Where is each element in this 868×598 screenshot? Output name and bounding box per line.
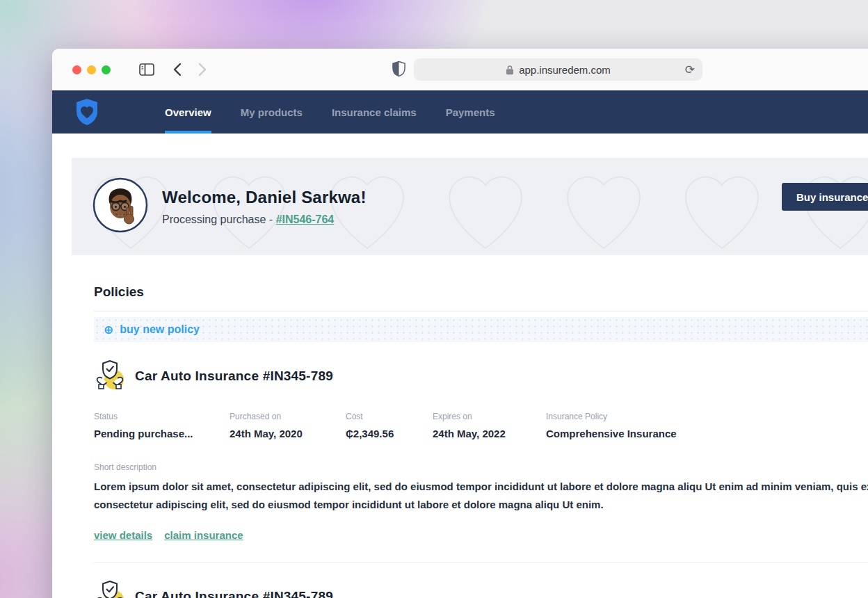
field-value: Comprehensive Insurance bbox=[546, 428, 868, 439]
welcome-text: Welcome, Daniel Sarkwa! Processing purch… bbox=[162, 188, 367, 226]
field-insurance-policy: Insurance Policy Comprehensive Insurance bbox=[546, 412, 868, 439]
tab-overview[interactable]: Overview bbox=[165, 90, 211, 134]
field-value: Pending purchase... bbox=[94, 428, 230, 439]
policy-card: Car Auto Insurance #IN345-789 bbox=[94, 579, 868, 598]
subtitle-prefix: Processing purchase - bbox=[162, 213, 276, 225]
sidebar-toggle-icon[interactable] bbox=[139, 63, 154, 76]
page-content: Welcome, Daniel Sarkwa! Processing purch… bbox=[52, 158, 868, 598]
short-description-text: Lorem ipsum dolor sit amet, consectetur … bbox=[94, 478, 868, 514]
traffic-lights bbox=[72, 65, 111, 74]
address-bar[interactable]: app.insuredem.com ⟳ bbox=[414, 58, 702, 81]
policy-fields: Status Pending purchase... Purchased on … bbox=[94, 412, 868, 439]
avatar bbox=[93, 177, 148, 236]
purchase-order-link[interactable]: #IN546-764 bbox=[276, 213, 335, 225]
buy-insurance-button[interactable]: Buy insurance bbox=[782, 183, 868, 211]
lock-icon bbox=[506, 65, 514, 75]
field-label: Insurance Policy bbox=[546, 412, 868, 421]
welcome-subtitle: Processing purchase - #IN546-764 bbox=[162, 213, 367, 226]
field-value: 24th May, 2022 bbox=[433, 428, 546, 439]
browser-toolbar: app.insuredem.com ⟳ bbox=[52, 49, 868, 90]
field-cost: Cost ₵2,349.56 bbox=[346, 412, 433, 439]
policy-shield-hands-icon bbox=[94, 579, 126, 598]
insuredem-logo-icon[interactable] bbox=[75, 98, 99, 126]
tab-payments[interactable]: Payments bbox=[446, 90, 495, 134]
field-label: Expires on bbox=[433, 412, 546, 421]
field-expires-on: Expires on 24th May, 2022 bbox=[433, 412, 546, 439]
plus-circle-icon: ⊕ bbox=[104, 324, 113, 336]
url-text: app.insuredem.com bbox=[519, 64, 611, 76]
policy-shield-hands-icon bbox=[94, 359, 126, 394]
tab-my-products[interactable]: My products bbox=[241, 90, 303, 134]
field-label: Status bbox=[94, 412, 230, 421]
field-status: Status Pending purchase... bbox=[94, 412, 230, 439]
field-value: ₵2,349.56 bbox=[346, 428, 433, 439]
reload-icon[interactable]: ⟳ bbox=[685, 64, 695, 76]
policies-heading: Policies bbox=[94, 284, 868, 300]
view-details-link[interactable]: view details bbox=[94, 529, 152, 541]
zoom-window-button[interactable] bbox=[102, 65, 111, 74]
close-window-button[interactable] bbox=[72, 65, 81, 74]
short-description-label: Short description bbox=[94, 462, 868, 472]
policy-title: Car Auto Insurance #IN345-789 bbox=[135, 369, 333, 384]
buy-new-policy-label: buy new policy bbox=[120, 323, 200, 336]
nav-tabs: Overview My products Insurance claims Pa… bbox=[165, 90, 495, 134]
browser-window: app.insuredem.com ⟳ Overview My products… bbox=[52, 49, 868, 598]
minimize-window-button[interactable] bbox=[87, 65, 96, 74]
policy-title: Car Auto Insurance #IN345-789 bbox=[135, 589, 333, 598]
field-purchased-on: Purchased on 24th May, 2020 bbox=[230, 412, 346, 439]
field-label: Purchased on bbox=[230, 412, 346, 421]
welcome-title: Welcome, Daniel Sarkwa! bbox=[162, 188, 367, 207]
buy-new-policy-button[interactable]: ⊕ buy new policy bbox=[94, 317, 868, 342]
app-navbar: Overview My products Insurance claims Pa… bbox=[52, 90, 868, 134]
forward-icon[interactable] bbox=[198, 63, 207, 76]
privacy-shield-icon[interactable] bbox=[392, 60, 405, 77]
field-label: Cost bbox=[346, 412, 433, 421]
policy-links: view details claim insurance bbox=[94, 529, 868, 541]
welcome-banner: Welcome, Daniel Sarkwa! Processing purch… bbox=[72, 158, 868, 255]
claim-insurance-link[interactable]: claim insurance bbox=[164, 529, 243, 541]
tab-insurance-claims[interactable]: Insurance claims bbox=[332, 90, 417, 134]
back-icon[interactable] bbox=[172, 63, 182, 76]
buy-new-policy-wrap: ⊕ buy new policy bbox=[94, 311, 868, 342]
card-divider bbox=[94, 562, 868, 563]
policy-card: Car Auto Insurance #IN345-789 Status Pen… bbox=[94, 359, 868, 541]
field-value: 24th May, 2020 bbox=[230, 428, 346, 439]
